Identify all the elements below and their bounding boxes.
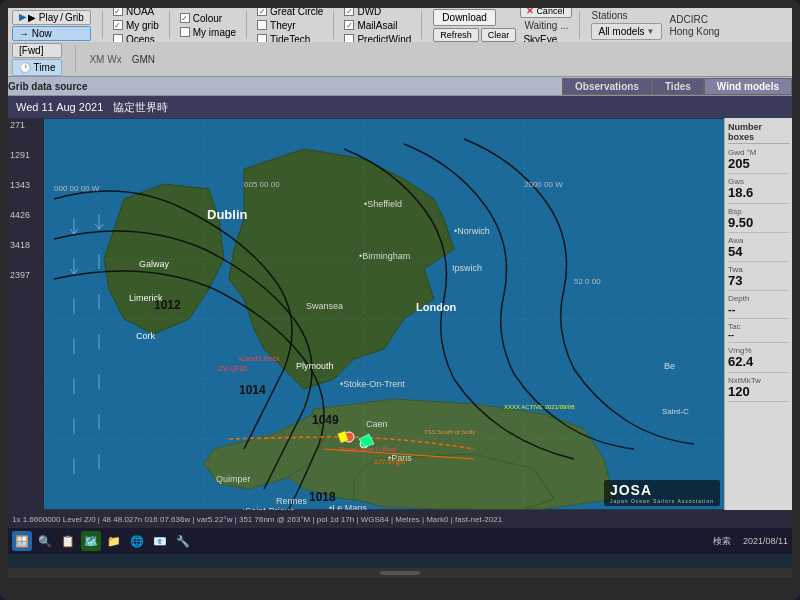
sep5: [421, 11, 422, 39]
taskbar-windows-icon[interactable]: 🪟: [12, 531, 32, 551]
my-grib-item[interactable]: My grib: [110, 19, 162, 32]
tab-observations[interactable]: Observations: [562, 78, 652, 95]
noaa-checkbox[interactable]: [113, 8, 123, 16]
svg-text:•Land's Rock: •Land's Rock: [239, 355, 280, 362]
mail-asail-item[interactable]: MailAsail: [341, 19, 414, 32]
svg-text:Ipswich: Ipswich: [452, 263, 482, 273]
svg-text:000 00 00 W: 000 00 00 W: [54, 184, 100, 193]
svg-text:1012: 1012: [154, 298, 181, 312]
svg-text:52 0 00: 52 0 00: [574, 277, 601, 286]
toolbar-row1: ▶ ▶ Play / Grib → Now NOAA: [8, 8, 792, 42]
svg-text:TSS South of Scilly: TSS South of Scilly: [424, 429, 475, 435]
great-circle-checkbox[interactable]: [257, 8, 267, 16]
xm-wx-label: XM Wx: [89, 54, 121, 65]
svg-text:1049: 1049: [312, 413, 339, 427]
tab-tides[interactable]: Tides: [652, 78, 704, 95]
svg-text:1014: 1014: [239, 383, 266, 397]
tac-label: Tac: [728, 322, 789, 331]
map-container[interactable]: Dublin Galway Limerick Cork •Sheffield •…: [44, 118, 724, 510]
svg-text:Round Island Lt Buoy: Round Island Lt Buoy: [339, 446, 396, 452]
play-section: ▶ ▶ Play / Grib → Now: [12, 10, 91, 41]
my-image-item[interactable]: My image: [177, 26, 239, 39]
taskbar-search-icon[interactable]: 🔍: [35, 531, 55, 551]
theyr-label: Theyr: [270, 20, 296, 31]
now-button[interactable]: → Now: [12, 26, 91, 41]
svg-text:Galway: Galway: [139, 259, 170, 269]
colour-checkbox[interactable]: [180, 13, 190, 23]
dwd-label: DWD: [357, 8, 381, 17]
colour-label: Colour: [193, 13, 222, 24]
taskbar-mail-icon[interactable]: 📧: [150, 531, 170, 551]
cancel-button[interactable]: ✕ Cancel: [520, 8, 572, 18]
mail-asail-checkbox[interactable]: [344, 20, 354, 30]
svg-text:Caen: Caen: [366, 419, 388, 429]
stations-section: Stations All models ▼: [591, 10, 661, 40]
data-row-awa: Awa 54: [728, 236, 789, 262]
svg-text:005 00 00: 005 00 00: [244, 180, 280, 189]
screen: ▶ ▶ Play / Grib → Now NOAA: [8, 8, 792, 568]
depth-label: Depth: [728, 294, 789, 303]
mail-asail-label: MailAsail: [357, 20, 397, 31]
bottom-bar: 1x 1.6600000 Level Z/0 | 48 48.027n 016 …: [8, 510, 792, 528]
source-group4: DWD MailAsail PredictWind: [341, 8, 414, 46]
play-icon: ▶: [19, 12, 26, 22]
data-row-bsp: Bsp 9.50: [728, 207, 789, 233]
main-area: 271 1291 1343 4426 3418 2397: [8, 118, 792, 510]
waiting-label: Waiting ...: [520, 19, 572, 32]
taskbar-task-icon[interactable]: 📋: [58, 531, 78, 551]
download-button[interactable]: Download: [433, 9, 495, 26]
cancel-waiting-group: ✕ Cancel Waiting ... SkyEye: [520, 8, 572, 46]
svg-text:Quimper: Quimper: [216, 474, 251, 484]
svg-text:Plymouth: Plymouth: [296, 361, 334, 371]
right-panel: Number boxes Gwd °M 205 Gws 18.6 Bsp 9.5…: [724, 118, 792, 510]
taskbar-right: 検索 2021/08/11: [713, 535, 788, 548]
great-circle-item[interactable]: Great Circle: [254, 8, 326, 18]
my-grib-checkbox[interactable]: [113, 20, 123, 30]
svg-text:Dublin: Dublin: [207, 207, 247, 222]
josa-logo: JOSA Japan Ocean Sailors Association: [604, 480, 720, 506]
svg-text:•Le Mans: •Le Mans: [329, 503, 367, 510]
svg-text:•Sheffield: •Sheffield: [364, 199, 402, 209]
svg-text:177.57gm: 177.57gm: [374, 458, 405, 466]
source-group2: Colour My image: [177, 12, 239, 39]
time-button[interactable]: 🕐 Time: [12, 59, 62, 76]
svg-text:•Birmingham: •Birmingham: [359, 251, 410, 261]
monitor-bezel-bottom: [8, 568, 792, 578]
hong-kong-label: Hong Kong: [670, 26, 720, 37]
great-circle-label: Great Circle: [270, 8, 323, 17]
taskbar-chrome-icon[interactable]: 🌐: [127, 531, 147, 551]
clear-button[interactable]: Clear: [481, 28, 517, 42]
taskbar-tools-icon[interactable]: 🔧: [173, 531, 193, 551]
noaa-item[interactable]: NOAA: [110, 8, 162, 18]
all-models-button[interactable]: All models ▼: [591, 23, 661, 40]
left-num-2: 1291: [10, 150, 42, 160]
noaa-label: NOAA: [126, 8, 154, 17]
data-row-vmg: Vmg% 62.4: [728, 346, 789, 372]
play-grib-button[interactable]: ▶ ▶ Play / Grib: [12, 10, 91, 25]
gws-value: 18.6: [728, 186, 789, 200]
dwd-item[interactable]: DWD: [341, 8, 414, 18]
grib-source-bar: Grib data source Observations Tides Wind…: [8, 76, 792, 96]
my-image-checkbox[interactable]: [180, 27, 190, 37]
colour-item[interactable]: Colour: [177, 12, 239, 25]
download-section: Download Refresh Clear: [433, 9, 516, 42]
vmg-value: 62.4: [728, 355, 789, 369]
taskbar-folder-icon[interactable]: 📁: [104, 531, 124, 551]
theyr-checkbox[interactable]: [257, 20, 267, 30]
refresh-button[interactable]: Refresh: [433, 28, 479, 42]
josa-text: JOSA: [610, 482, 652, 498]
tab-wind-models[interactable]: Wind models: [704, 78, 792, 95]
panel-title: Number boxes: [728, 122, 789, 144]
left-num-6: 2397: [10, 270, 42, 280]
fwd-button[interactable]: [Fwd]: [12, 43, 62, 58]
all-models-label: All models: [598, 26, 644, 37]
data-row-gws: Gws 18.6: [728, 177, 789, 203]
fwd-label: [Fwd]: [19, 45, 43, 56]
theyr-item[interactable]: Theyr: [254, 19, 326, 32]
svg-text:1018: 1018: [309, 490, 336, 504]
dwd-checkbox[interactable]: [344, 8, 354, 16]
svg-text:•Stoke-On-Trent: •Stoke-On-Trent: [340, 379, 405, 389]
taskbar-time: 2021/08/11: [743, 536, 788, 546]
taskbar-nav-icon[interactable]: 🗺️: [81, 531, 101, 551]
left-num-4: 4426: [10, 210, 42, 220]
